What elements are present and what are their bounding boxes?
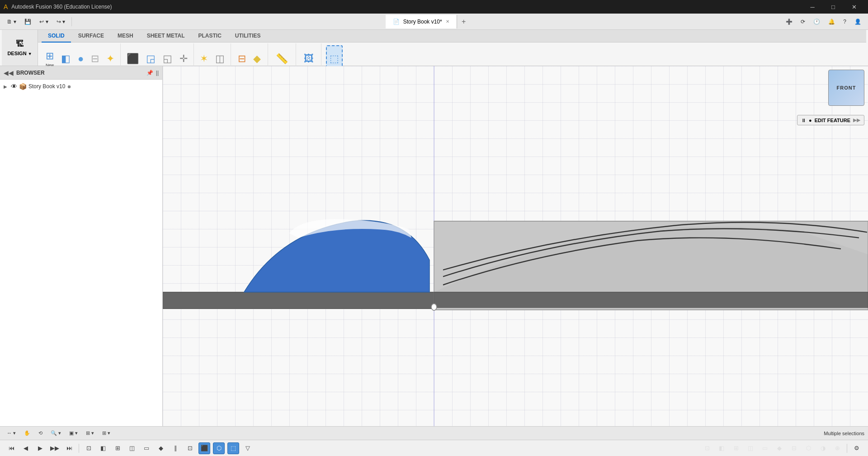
tab-utilities[interactable]: UTILITIES — [229, 30, 267, 43]
add-button[interactable]: ➕ — [783, 16, 796, 28]
browser-pin-btn[interactable]: 📌 — [146, 70, 153, 76]
extrude-icon: ◧ — [61, 53, 71, 65]
tab-surface[interactable]: SURFACE — [72, 30, 110, 43]
filter-surface-btn[interactable]: ⬚ — [227, 442, 239, 454]
app-title: Autodesk Fusion 360 (Education License) — [11, 4, 798, 10]
filter-snap-btn[interactable]: ⊡ — [83, 442, 94, 454]
notifications-button[interactable]: 🔔 — [825, 16, 838, 28]
browser-panel: ◀◀ BROWSER 📌 || ▶ 👁 📦 Story Book v10 ⏺ — [0, 66, 163, 426]
filter-mesh-btn[interactable]: ⬡ — [213, 442, 225, 454]
tab-solid[interactable]: SOLID — [42, 30, 71, 43]
edit-feature-panel[interactable]: ⏸ ● EDIT FEATURE ▶▶ — [797, 115, 864, 125]
extra-filter-4[interactable]: ◫ — [745, 442, 756, 454]
loft-icon: ✦ — [106, 53, 114, 65]
tree-item-story-book[interactable]: ▶ 👁 📦 Story Book v10 ⏺ — [2, 81, 160, 91]
browser-collapse-btn[interactable]: ◀◀ — [4, 69, 14, 76]
filter-sketch-btn[interactable]: ⊡ — [184, 442, 196, 454]
profile-button[interactable]: 👤 — [851, 16, 864, 28]
redo-button[interactable]: ↪ ▾ — [53, 16, 68, 28]
pause-icon: ⏸ — [801, 118, 806, 123]
tab-mesh[interactable]: MESH — [111, 30, 140, 43]
filter-component-btn[interactable]: ⊞ — [112, 442, 123, 454]
settings-btn[interactable]: ⚙ — [851, 442, 863, 454]
doc-icon: 📄 — [393, 19, 400, 25]
close-button[interactable]: ✕ — [844, 0, 864, 14]
help-button[interactable]: ? — [840, 16, 849, 28]
timeline-next-btn[interactable]: ▶▶ — [49, 442, 61, 454]
nav-cube[interactable]: FRONT — [828, 70, 864, 106]
new-tab-button[interactable]: + — [457, 15, 471, 28]
select-icon: ⬚ — [330, 53, 339, 65]
timeline-start-btn[interactable]: ⏮ — [5, 442, 17, 454]
timeline-end-btn[interactable]: ⏭ — [63, 442, 75, 454]
maximize-button[interactable]: □ — [823, 0, 844, 14]
browser-content: ▶ 👁 📦 Story Book v10 ⏺ — [0, 80, 162, 426]
filter-sketch-line-btn[interactable]: ∥ — [170, 442, 181, 454]
clock-button[interactable]: 🕐 — [810, 16, 823, 28]
design-icon: 🏗 — [16, 39, 24, 49]
extra-filter-5[interactable]: ▭ — [759, 442, 771, 454]
viewport[interactable]: FRONT ⏸ ● EDIT FEATURE ▶▶ — [163, 66, 868, 426]
extra-filter-8[interactable]: ⬡ — [802, 442, 814, 454]
grid-settings-btn[interactable]: ⊞ ▾ — [83, 428, 97, 438]
display-mode-btn[interactable]: ▣ ▾ — [66, 428, 81, 438]
timeline-play-btn[interactable]: ▶ — [34, 442, 46, 454]
measure-icon: 📏 — [276, 53, 288, 65]
main-content: ◀◀ BROWSER 📌 || ▶ 👁 📦 Story Book v10 ⏺ — [0, 66, 868, 426]
filter-vertex-btn[interactable]: ◆ — [155, 442, 167, 454]
document-tab[interactable]: 📄 Story Book v10* ✕ — [386, 15, 457, 28]
filter-edge-btn[interactable]: ▭ — [141, 442, 152, 454]
filter-solid-btn[interactable]: ⬛ — [198, 442, 210, 454]
selection-status: Multiple selections — [824, 431, 864, 436]
fillet-icon: ◲ — [146, 53, 156, 65]
model-icon: 📦 — [19, 83, 27, 90]
tab-sheet-metal[interactable]: SHEET METAL — [141, 30, 191, 43]
tab-plastic[interactable]: PLASTIC — [192, 30, 227, 43]
tree-item-label: Story Book v10 — [28, 83, 65, 90]
view-label: FRONT — [837, 85, 856, 90]
browser-header: ◀◀ BROWSER 📌 || — [0, 66, 162, 80]
extra-filter-10[interactable]: ⊕ — [831, 442, 843, 454]
visibility-icon[interactable]: 👁 — [11, 83, 17, 90]
save-button[interactable]: 💾 — [21, 16, 34, 28]
zoom-btn[interactable]: 🔍 ▾ — [47, 428, 64, 438]
extra-filter-1[interactable]: ⊡ — [701, 442, 713, 454]
extra-filter-2[interactable]: ◧ — [716, 442, 727, 454]
viewport-bottom-toolbar: ↔ ▾ ✋ ⟲ 🔍 ▾ ▣ ▾ ⊞ ▾ ⊞ ▾ Multiple selecti… — [0, 426, 868, 440]
timeline-prev-btn[interactable]: ◀ — [20, 442, 32, 454]
design-button[interactable]: 🏗 DESIGN ▼ — [2, 30, 38, 66]
extra-filter-9[interactable]: ◑ — [817, 442, 829, 454]
doc-tab-title: Story Book v10* — [403, 19, 442, 25]
svg-rect-2 — [163, 292, 434, 309]
file-button[interactable]: 🗎 ▾ — [4, 16, 19, 28]
undo-button[interactable]: ↩ ▾ — [36, 16, 51, 28]
tree-arrow: ▶ — [4, 84, 9, 89]
minimize-button[interactable]: ─ — [802, 0, 823, 14]
sync-button[interactable]: ⟳ — [797, 16, 808, 28]
doc-tab-close[interactable]: ✕ — [446, 19, 449, 24]
bottom-toolbar: ⏮ ◀ ▶ ▶▶ ⏭ ⊡ ◧ ⊞ ◫ ▭ ◆ ∥ ⊡ ⬛ ⬡ ⬚ ▽ ⊡ ◧ ⊞… — [0, 440, 868, 456]
edit-feature-expand[interactable]: ▶▶ — [853, 117, 860, 123]
orbit-btn[interactable]: ⟲ — [35, 428, 46, 438]
pan-btn[interactable]: ✋ — [21, 428, 33, 438]
edit-feature-text: EDIT FEATURE — [815, 118, 850, 123]
extra-filter-3[interactable]: ⊞ — [730, 442, 742, 454]
svg-rect-4 — [434, 292, 868, 308]
window-controls: ─ □ ✕ — [802, 0, 864, 14]
tab-bar: SOLID SURFACE MESH SHEET METAL PLASTIC U… — [38, 30, 866, 43]
select-filter-btn[interactable]: ↔ ▾ — [4, 428, 19, 438]
new-joint-icon: ✶ — [200, 53, 208, 65]
filter-face-btn[interactable]: ◫ — [126, 442, 138, 454]
revolve-icon: ● — [78, 53, 84, 65]
filter-body-btn[interactable]: ◧ — [97, 442, 109, 454]
extra-filter-7[interactable]: ⊟ — [788, 442, 800, 454]
sep-timeline — [79, 444, 79, 453]
filter-none-btn[interactable]: ▽ — [242, 442, 254, 454]
cube-front-face[interactable]: FRONT — [828, 70, 864, 106]
press-pull-icon: ⬛ — [127, 53, 139, 65]
browser-expand-btn[interactable]: || — [156, 70, 159, 76]
settings-icon: ⚙ — [854, 445, 859, 451]
browser-title: BROWSER — [16, 70, 144, 76]
extra-filter-6[interactable]: ◆ — [774, 442, 785, 454]
view-options-btn[interactable]: ⊞ ▾ — [99, 428, 113, 438]
